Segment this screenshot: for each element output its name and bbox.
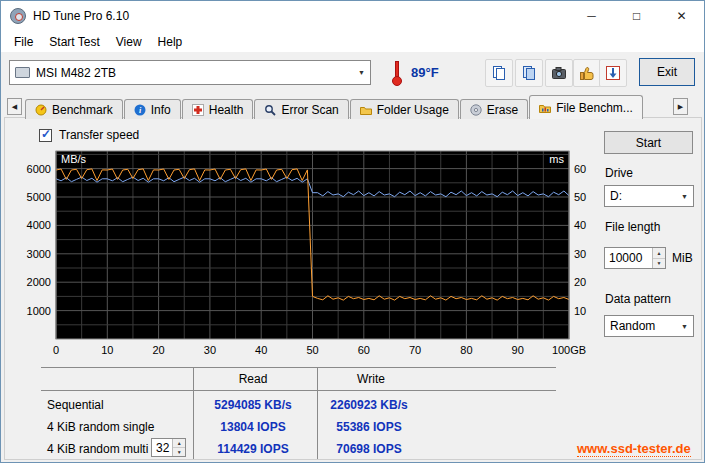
- tab-folder-usage[interactable]: Folder Usage: [350, 99, 459, 119]
- spin-down-icon[interactable]: ▼: [653, 259, 665, 269]
- drive-icon: [15, 67, 30, 78]
- minimize-button[interactable]: ─: [569, 1, 614, 31]
- chevron-down-icon: ▼: [681, 323, 688, 330]
- tab-strip: ◀ Benchmark i Info: [1, 94, 704, 118]
- transfer-speed-checkbox[interactable]: ✓: [39, 129, 52, 142]
- copy-image-button[interactable]: [515, 59, 543, 87]
- exit-button[interactable]: Exit: [639, 58, 695, 86]
- svg-text:20: 20: [574, 276, 586, 288]
- queue-depth-value: 32: [152, 439, 172, 456]
- menu-bar: File Start Test View Help: [1, 31, 704, 52]
- data-pattern-label: Data pattern: [605, 292, 671, 306]
- drive-dropdown[interactable]: D: ▼: [604, 185, 694, 207]
- random-multi-write-value: 70698 IOPS: [317, 442, 421, 456]
- svg-text:3000: 3000: [27, 248, 51, 260]
- svg-text:1000: 1000: [27, 305, 51, 317]
- maximize-button[interactable]: □: [614, 1, 659, 31]
- svg-text:5000: 5000: [27, 191, 51, 203]
- queue-depth-stepper[interactable]: 32 ▲ ▼: [151, 438, 186, 457]
- download-icon: [605, 65, 621, 81]
- tab-scroll-right-button[interactable]: ▶: [673, 98, 688, 115]
- sequential-write-value: 2260923 KB/s: [317, 398, 421, 412]
- chevron-down-icon: ▼: [358, 69, 365, 76]
- svg-text:70: 70: [409, 344, 421, 356]
- temperature-value: 89°F: [411, 65, 439, 80]
- svg-text:10: 10: [101, 344, 113, 356]
- spin-down-icon[interactable]: ▼: [173, 448, 185, 456]
- svg-text:100GB: 100GB: [552, 344, 586, 356]
- tab-info[interactable]: i Info: [124, 99, 181, 119]
- svg-text:60: 60: [574, 163, 586, 175]
- benchmark-chart: 1000200030004000500060001020304050600102…: [1, 146, 705, 364]
- row-random-multi-label: 4 KiB random multi: [47, 442, 148, 456]
- svg-text:80: 80: [460, 344, 472, 356]
- tabs: Benchmark i Info Health: [25, 95, 644, 119]
- save-button[interactable]: [599, 59, 627, 87]
- magnifier-icon: [264, 104, 276, 116]
- chevron-down-icon: ▼: [681, 193, 688, 200]
- svg-text:20: 20: [152, 344, 164, 356]
- svg-text:6000: 6000: [27, 163, 51, 175]
- close-button[interactable]: ✕: [659, 1, 704, 31]
- spin-up-icon[interactable]: ▲: [173, 439, 185, 448]
- read-column-header: Read: [197, 372, 309, 386]
- svg-text:40: 40: [255, 344, 267, 356]
- menu-start-test[interactable]: Start Test: [41, 33, 107, 51]
- drive-select-dropdown[interactable]: MSI M482 2TB ▼: [9, 60, 371, 85]
- tab-scroll-left-button[interactable]: ◀: [7, 98, 22, 115]
- menu-help[interactable]: Help: [150, 33, 191, 51]
- donate-button[interactable]: [573, 59, 601, 87]
- folder-icon: [360, 104, 372, 116]
- transfer-speed-label: Transfer speed: [59, 128, 139, 142]
- table-top-rule: [41, 367, 556, 368]
- svg-text:30: 30: [204, 344, 216, 356]
- tab-error-scan[interactable]: Error Scan: [254, 99, 348, 119]
- file-length-stepper[interactable]: 10000 ▲ ▼: [604, 247, 666, 269]
- svg-text:4000: 4000: [27, 219, 51, 231]
- hd-tune-window: HD Tune Pro 6.10 ─ □ ✕ File Start Test V…: [0, 0, 705, 463]
- table-header-rule: [41, 390, 556, 391]
- title-bar: HD Tune Pro 6.10 ─ □ ✕: [1, 1, 704, 31]
- file-length-unit: MiB: [672, 251, 693, 265]
- toolbar: MSI M482 2TB ▼ 89°F: [1, 52, 704, 94]
- disc-icon: [470, 104, 482, 116]
- tab-benchmark[interactable]: Benchmark: [25, 99, 123, 119]
- svg-text:50: 50: [306, 344, 318, 356]
- svg-text:50: 50: [574, 191, 586, 203]
- hand-icon: [579, 65, 595, 81]
- camera-icon: [551, 65, 567, 81]
- data-pattern-value: Random: [610, 319, 655, 333]
- screenshot-button[interactable]: [545, 59, 573, 87]
- tab-health[interactable]: Health: [182, 99, 254, 119]
- watermark-link: www.ssd-tester.de: [577, 441, 691, 457]
- svg-text:0: 0: [53, 344, 59, 356]
- svg-text:10: 10: [574, 305, 586, 317]
- drive-select-value: MSI M482 2TB: [36, 66, 116, 80]
- row-random-single-label: 4 KiB random single: [47, 420, 154, 434]
- checkmark-icon: ✓: [41, 127, 51, 141]
- start-button[interactable]: Start: [604, 131, 693, 154]
- transfer-speed-option[interactable]: ✓ Transfer speed: [39, 128, 139, 142]
- svg-text:60: 60: [358, 344, 370, 356]
- tab-erase[interactable]: Erase: [460, 99, 528, 119]
- app-icon: [10, 8, 26, 24]
- spin-up-icon[interactable]: ▲: [653, 248, 665, 259]
- window-controls: ─ □ ✕: [569, 1, 704, 31]
- tab-file-benchmark[interactable]: File Benchm...: [529, 95, 643, 119]
- drive-label: Drive: [605, 166, 633, 180]
- svg-text:MB/s: MB/s: [61, 153, 87, 165]
- thermometer-icon: [392, 60, 403, 87]
- info-icon: i: [134, 104, 146, 116]
- sequential-read-value: 5294085 KB/s: [197, 398, 309, 412]
- row-sequential-label: Sequential: [47, 398, 104, 412]
- svg-text:40: 40: [574, 219, 586, 231]
- window-title: HD Tune Pro 6.10: [33, 9, 129, 23]
- table-divider-1: [193, 367, 194, 459]
- file-length-label: File length: [605, 220, 660, 234]
- file-length-value: 10000: [605, 248, 652, 268]
- menu-view[interactable]: View: [108, 33, 150, 51]
- data-pattern-dropdown[interactable]: Random ▼: [604, 315, 694, 337]
- menu-file[interactable]: File: [6, 33, 41, 51]
- svg-text:2000: 2000: [27, 276, 51, 288]
- copy-text-button[interactable]: [485, 59, 513, 87]
